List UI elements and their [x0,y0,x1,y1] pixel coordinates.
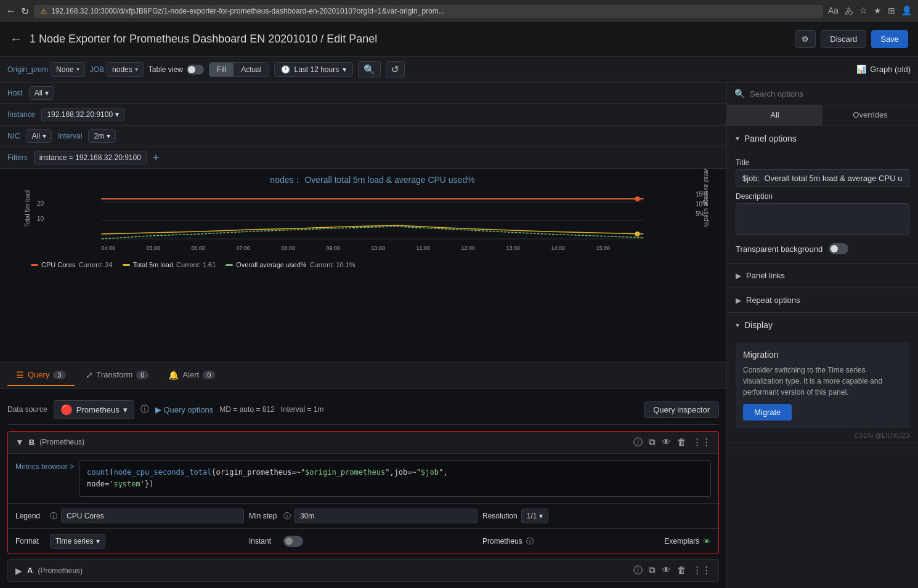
query-a-copy-icon[interactable]: ⧉ [649,565,656,576]
query-b-delete-icon[interactable]: 🗑 [677,437,686,448]
query-a-eye-icon[interactable]: 👁 [662,565,671,576]
legend-input[interactable] [61,509,244,523]
refresh-button[interactable]: ↺ [386,61,405,78]
resolution-dropdown[interactable]: 1/1 ▾ [521,509,549,523]
zoom-button[interactable]: 🔍 [358,61,381,78]
chart-title-prefix: nodes： [270,175,302,185]
panel-links-section[interactable]: ▶ Panel links [727,264,918,288]
tab-query[interactable]: ☰ Query 3 [7,365,75,386]
description-field-label: Description [736,192,909,201]
fill-actual-selector: Fill Actual [209,62,270,77]
panel-options-title: Panel options [744,134,797,143]
chart-title-main: Overall total 5m load & average CPU used… [304,175,474,185]
query-b-copy-icon[interactable]: ⧉ [649,437,656,448]
actual-button[interactable]: Actual [234,63,269,76]
min-step-input[interactable] [294,509,477,523]
query-b-eye-icon[interactable]: 👁 [662,437,671,448]
job-label: JOB [90,65,104,74]
tab-alert[interactable]: 🔔 Alert 0 [160,365,224,386]
migration-card: Migration Consider switching to the Time… [736,342,909,428]
legend-current-avg: Current: 10.1% [310,261,355,268]
reload-nav-btn[interactable]: ↻ [21,6,29,17]
datasource-info-btn[interactable]: ⓘ [140,404,149,415]
svg-text:14:00: 14:00 [551,245,566,251]
query-b-collapse[interactable]: ▼ [15,437,24,447]
code-val1: "$origin_prometheus" [301,468,390,477]
browser-icon-aa: Aa [828,6,839,17]
discard-button[interactable]: Discard [821,30,866,48]
back-nav-btn[interactable]: ← [6,6,16,17]
code-braceclose: }) [145,480,153,488]
origin-prom-dropdown[interactable]: None ▾ [51,62,85,77]
description-field-input[interactable] [736,203,909,235]
fill-button[interactable]: Fill [209,63,234,76]
variables-row-2: Instance 192.168.32.20:9100▾ [0,104,726,126]
table-view-label: Table view [148,65,183,74]
query-options-expand[interactable]: ▶ Query options [155,405,214,414]
origin-prom-control: Origin_prom None ▾ [7,62,85,77]
display-header[interactable]: ▾ Display [727,313,918,337]
query-code-editor[interactable]: count(node_cpu_seconds_total{origin_prom… [79,460,711,497]
query-a-collapse[interactable]: ▶ [15,566,22,576]
query-tabs: ☰ Query 3 ⤢ Transform 0 🔔 Alert 0 [0,362,726,389]
query-block-b-header: ▼ B (Prometheus) ⓘ ⧉ 👁 🗑 ⋮⋮ [8,432,718,454]
tab-transform[interactable]: ⤢ Transform 0 [77,365,158,386]
prometheus-icon: 🔴 [60,404,73,416]
visualization-selector: 📊 Graph (old) [856,65,911,74]
interval-dropdown[interactable]: 2m▾ [88,129,116,143]
format-label-field: Format [15,537,46,546]
query-a-info-icon[interactable]: ⓘ [633,565,643,576]
add-filter-button[interactable]: + [153,151,160,164]
query-options-fields: Legend ⓘ Min step ⓘ Resolution 1/1 ▾ [8,503,718,528]
query-a-more-icon[interactable]: ⋮⋮ [693,565,711,576]
query-inspector-button[interactable]: Query inspector [644,401,719,418]
query-a-delete-icon[interactable]: 🗑 [677,565,686,576]
migration-title: Migration [743,350,902,360]
panel-options-section: ▾ Panel options Title Description Transp… [727,126,918,264]
time-range-selector[interactable]: 🕐 Last 12 hours ▾ [274,62,353,77]
host-dropdown[interactable]: All▾ [29,86,54,100]
chart-title: nodes： Overall total 5m load & average C… [31,175,714,186]
y-axis-left-label: Total 5m load [24,190,31,227]
job-dropdown[interactable]: nodes ▾ [107,62,144,77]
query-b-info-icon[interactable]: ⓘ [633,437,643,448]
warning-icon: ⚠ [40,7,47,16]
repeat-options-section[interactable]: ▶ Repeat options [727,288,918,313]
browser-icons: Aa あ ☆ ★ ⊞ 👤 [828,6,912,17]
title-field-input[interactable] [736,169,909,187]
resolution-label-field: Resolution [482,512,518,520]
instance-dropdown[interactable]: 192.168.32.20:9100▾ [41,108,124,121]
repeat-options-label: Repeat options [746,296,800,305]
back-button[interactable]: ← [10,32,22,46]
svg-text:06:00: 06:00 [192,245,206,251]
legend-dot-cpu [31,264,38,266]
svg-text:07:00: 07:00 [237,245,251,251]
filter-value: 192.168.32.20:9100 [75,153,141,162]
instant-toggle[interactable] [283,536,303,547]
panel-options-chevron: ▾ [736,134,739,143]
legend-item-avg: Overall average used% Current: 10.1% [225,261,355,268]
legend-item-cpu: CPU Cores Current: 24 [31,261,113,268]
panel-options-header[interactable]: ▾ Panel options [727,126,918,151]
metrics-browser-link[interactable]: Metrics browser > [15,462,74,471]
query-a-actions: ⓘ ⧉ 👁 🗑 ⋮⋮ [633,565,711,576]
prometheus-label-field: Prometheus [482,537,522,546]
save-button[interactable]: Save [871,30,908,48]
browser-icon-pin: ★ [874,6,882,17]
table-view-switch[interactable] [187,65,204,75]
nic-dropdown[interactable]: All▾ [26,129,52,143]
interval-info: Interval = 1m [281,405,324,414]
transparent-bg-toggle[interactable] [829,243,848,254]
viz-icon: 📊 [856,65,866,74]
migrate-button[interactable]: Migrate [743,404,792,421]
exemplars-eye-icon[interactable]: 👁 [703,537,711,546]
tab-all[interactable]: All [727,105,823,126]
query-b-source: (Prometheus) [39,438,84,446]
search-input[interactable] [750,89,911,99]
tab-overrides[interactable]: Overrides [823,105,918,126]
settings-button[interactable]: ⚙ [795,30,816,48]
datasource-selector[interactable]: 🔴 Prometheus ▾ [54,400,134,419]
format-dropdown[interactable]: Time series ▾ [50,534,105,549]
migration-text: Consider switching to the Time series vi… [743,364,902,398]
query-b-more-icon[interactable]: ⋮⋮ [693,437,711,448]
